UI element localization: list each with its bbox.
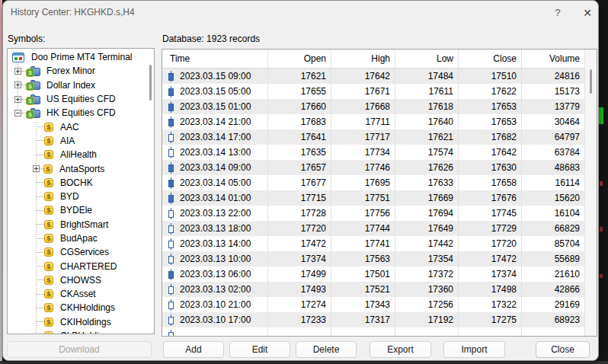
table-scrollbar-thumb[interactable]: [590, 69, 592, 94]
time-text: 2023.03.14 13:00: [180, 147, 251, 158]
tree-item-chartered[interactable]: $CHARTERED: [8, 259, 154, 273]
table-row[interactable]: 2023.03.13 18:00177201774417649177296682…: [162, 221, 597, 236]
tree-item-bydele[interactable]: $BYDEle: [8, 203, 154, 217]
tree-item-brightsmart[interactable]: $BrightSmart: [8, 218, 154, 231]
table-row[interactable]: [162, 327, 597, 337]
high-cell: 17756: [331, 206, 395, 221]
column-header-open[interactable]: Open: [268, 49, 331, 68]
tree-item-antasports[interactable]: $AntaSports: [8, 161, 154, 175]
close-icon[interactable]: ✕: [580, 5, 595, 21]
tree-item-alihealth[interactable]: $AliHealth: [8, 148, 154, 161]
titlebar: History Center: HKGHKD.s,H4 ? ✕: [3, 1, 598, 24]
table-row[interactable]: 2023.03.14 21:00176831771117640176533046…: [162, 114, 597, 129]
expand-plus-icon[interactable]: [33, 165, 40, 172]
volume-cell: 16114: [522, 175, 585, 190]
tree-item-ckiholdings[interactable]: $CKIHoldings: [8, 315, 154, 329]
tree-item-us-equities-cfd[interactable]: $US Equities CFD: [8, 92, 154, 106]
history-center-dialog: History Center: HKGHKD.s,H4 ? ✕ Symbols:…: [2, 0, 599, 361]
close-cell: 17720: [459, 236, 522, 251]
dollar-coin-icon: $: [44, 289, 53, 299]
tree-item-aia[interactable]: $AIA: [8, 134, 154, 148]
volume-cell: 13779: [522, 99, 585, 114]
table-row[interactable]: 2023.03.14 09:00176571774617626176304868…: [162, 160, 597, 175]
help-icon[interactable]: ?: [551, 6, 565, 20]
tree-item-budapac[interactable]: $BudApac: [8, 231, 154, 245]
column-header-time[interactable]: Time: [162, 49, 268, 68]
volume-cell: 15173: [522, 84, 585, 99]
high-cell: 17521: [331, 282, 395, 297]
export-button[interactable]: Export: [370, 341, 431, 358]
import-button[interactable]: Import: [443, 341, 505, 358]
background-red-candle: [600, 181, 603, 186]
table-row[interactable]: 2023.03.10 17:00172331731717192172756892…: [162, 312, 597, 327]
high-cell: 17671: [331, 84, 395, 99]
column-header-volume[interactable]: Volume: [522, 49, 585, 68]
volume-cell: [522, 327, 585, 337]
tree-item-hk-equities-cfd[interactable]: $HK Equities CFD: [8, 106, 154, 120]
dollar-coin-icon: $: [43, 164, 53, 174]
tree-item-byd[interactable]: $BYD: [8, 190, 154, 203]
tree-item-forex-minor[interactable]: $Forex Minor: [8, 64, 154, 78]
delete-button[interactable]: Delete: [296, 341, 357, 358]
tree-item-aac[interactable]: $AAC: [8, 120, 154, 133]
table-row[interactable]: 2023.03.13 14:00174721774117442177208570…: [162, 236, 597, 251]
table-row[interactable]: 2023.03.13 22:00177281775617694177451610…: [162, 206, 597, 221]
tree-item-ckasset[interactable]: $CKAsset: [8, 287, 154, 301]
table-row[interactable]: 2023.03.13 10:00173741756317354174725568…: [162, 251, 597, 267]
table-row[interactable]: 2023.03.14 05:00176771769517633176581611…: [162, 175, 597, 190]
time-text: 2023.03.15 01:00: [180, 101, 251, 112]
table-row[interactable]: 2023.03.14 13:00176351773417574176426378…: [162, 145, 597, 160]
table-row[interactable]: 2023.03.13 02:00174931752117360174984286…: [162, 282, 597, 297]
table-row[interactable]: 2023.03.15 01:00176601766817618176531377…: [162, 99, 597, 114]
tree-item-ckhholdings[interactable]: $CKHHoldings: [8, 301, 154, 315]
column-header-close[interactable]: Close: [459, 49, 522, 68]
table-row[interactable]: 2023.03.15 09:00176211764217484175102481…: [162, 69, 597, 84]
terminal-icon: [12, 53, 24, 62]
column-header-high[interactable]: High: [331, 49, 395, 68]
tree-item-doo-prime-mt4-terminal[interactable]: Doo Prime MT4 Terminal: [8, 50, 154, 64]
candle-icon: [168, 71, 174, 82]
open-cell: 17621: [268, 69, 331, 84]
tree-item-label: CGServices: [58, 247, 111, 257]
candle-icon: [168, 330, 174, 337]
table-scrollbar[interactable]: [585, 49, 597, 336]
candle-icon: [168, 132, 174, 143]
table-row[interactable]: 2023.03.13 06:00174991750117372173742161…: [162, 267, 597, 282]
volume-cell: 64797: [522, 129, 585, 145]
connector-line: [36, 308, 44, 308]
open-cell: 17374: [268, 251, 331, 267]
tree-item-clpholdings[interactable]: $CLPHoldings: [8, 329, 154, 334]
low-cell: 17626: [395, 160, 459, 175]
expand-plus-icon[interactable]: [14, 81, 21, 88]
tree-item-label: BrightSmart: [58, 219, 110, 230]
edit-button[interactable]: Edit: [229, 341, 290, 358]
tree-scrollbar-thumb[interactable]: [149, 65, 152, 101]
collapse-minus-icon[interactable]: [14, 110, 21, 117]
column-header-low[interactable]: Low: [395, 49, 459, 68]
close-button[interactable]: Close: [536, 341, 590, 358]
add-button[interactable]: Add: [163, 341, 224, 358]
table-row[interactable]: 2023.03.15 05:00176551767117611176221517…: [162, 84, 597, 99]
table-row[interactable]: 2023.03.10 21:00172741734317256173222916…: [162, 297, 597, 312]
candle-icon: [168, 254, 174, 265]
dollar-coin-icon: $: [44, 303, 53, 312]
dollar-coin-icon: $: [44, 178, 53, 187]
connector-line: [36, 126, 44, 127]
connector-line: [36, 182, 44, 183]
table-row[interactable]: 2023.03.14 17:00176411771717621176826479…: [162, 129, 597, 145]
low-cell: 17694: [395, 206, 459, 221]
candle-icon: [168, 269, 174, 280]
tree-item-bochk[interactable]: $BOCHK: [8, 176, 154, 190]
download-button: Download: [7, 341, 152, 358]
tree-item-dollar-index[interactable]: $Dollar Index: [8, 78, 154, 92]
tree-item-label: AntaSports: [57, 164, 107, 174]
expand-plus-icon[interactable]: [14, 96, 21, 103]
tree-item-chowss[interactable]: $CHOWSS: [8, 273, 154, 287]
tree-item-label: HK Equities CFD: [44, 107, 118, 118]
table-row[interactable]: 2023.03.14 01:00177151775117669176761562…: [162, 190, 597, 206]
time-cell: 2023.03.15 01:00: [162, 99, 268, 114]
low-cell: 17484: [395, 69, 459, 84]
low-cell: 17372: [395, 267, 459, 282]
tree-item-cgservices[interactable]: $CGServices: [8, 245, 154, 259]
expand-plus-icon[interactable]: [14, 68, 21, 75]
